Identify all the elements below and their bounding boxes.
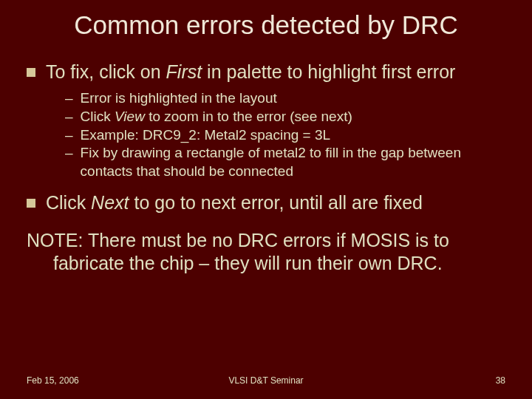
dash-bullet-icon: – [65,144,73,163]
footer-date: Feb 15, 2006 [27,375,79,386]
sub-item: – Example: DRC9_2: Metal2 spacing = 3L [65,126,505,145]
footer-page: 38 [496,375,505,386]
sub-text: Example: DRC9_2: Metal2 spacing = 3L [81,126,330,145]
sub-text: Fix by drawing a rectangle of metal2 to … [81,144,505,180]
sub-item: – Click View to zoom in to the error (se… [65,108,505,126]
bullet-text: To fix, click on First in palette to hig… [46,61,455,83]
dash-bullet-icon: – [65,126,73,145]
footer-center: VLSI D&T Seminar [228,375,303,386]
dash-bullet-icon: – [65,108,73,126]
dash-bullet-icon: – [65,89,73,108]
bullet-item: To fix, click on First in palette to hig… [27,61,505,83]
sub-item: – Fix by drawing a rectangle of metal2 t… [65,144,505,180]
sub-text: Error is highlighted in the layout [81,89,277,108]
sub-list: – Error is highlighted in the layout – C… [65,89,505,180]
square-bullet-icon [27,199,35,208]
slide-footer: Feb 15, 2006 VLSI D&T Seminar 38 [0,375,532,386]
bullet-text: Click Next to go to next error, until al… [46,191,423,214]
sub-item: – Error is highlighted in the layout [65,89,505,108]
slide-content: To fix, click on First in palette to hig… [0,61,532,214]
slide-title: Common errors detected by DRC [0,0,532,61]
sub-text: Click View to zoom in to the error (see … [81,108,352,126]
bullet-item: Click Next to go to next error, until al… [27,191,505,214]
square-bullet-icon [27,68,35,77]
note-text: NOTE: There must be no DRC errors if MOS… [27,229,505,276]
